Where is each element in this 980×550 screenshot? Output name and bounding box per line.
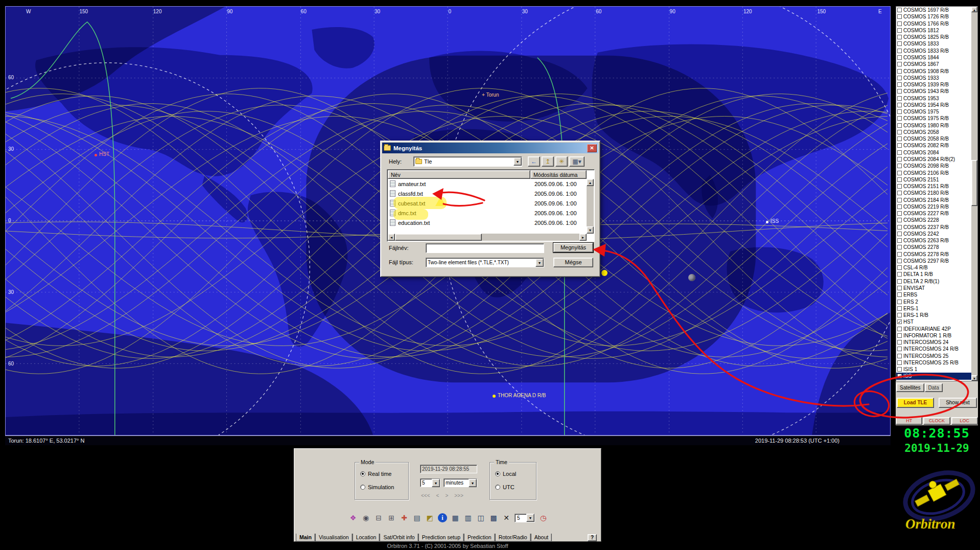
satellite-row[interactable]: COSMOS 1975 R/B: [896, 115, 977, 122]
satellite-row[interactable]: COSMOS 1697 R/B: [896, 7, 977, 13]
fullscreen-icon[interactable]: ✕: [502, 513, 511, 522]
satellite-row[interactable]: COSMOS 2151: [896, 176, 977, 183]
local-radio[interactable]: [495, 471, 500, 476]
satellite-row[interactable]: COSMOS 1867: [896, 61, 977, 67]
cancel-button[interactable]: Mégse: [553, 258, 593, 267]
satellite-row[interactable]: COSMOS 2228: [896, 217, 977, 223]
split-view-icon[interactable]: ◫: [476, 513, 485, 522]
satellite-checkbox[interactable]: ✓: [897, 319, 902, 324]
scroll-up-icon[interactable]: ▲: [971, 7, 977, 12]
simulation-radio-row[interactable]: Simulation: [360, 484, 394, 490]
satellite-checkbox[interactable]: [897, 76, 902, 80]
maximize-panel-icon[interactable]: ⊞: [387, 513, 396, 522]
satellite-row[interactable]: COSMOS 2084: [896, 149, 977, 156]
satellite-checkbox[interactable]: [897, 191, 902, 195]
satellite-checkbox[interactable]: [897, 272, 902, 277]
satellite-row[interactable]: INTERCOSMOS 25 R/B: [896, 359, 977, 366]
satellite-checkbox[interactable]: [897, 14, 902, 19]
satellite-list[interactable]: COSMOS 1697 R/BCOSMOS 1726 R/BCOSMOS 176…: [896, 6, 978, 381]
satellite-checkbox[interactable]: [897, 103, 902, 107]
satellite-checkbox[interactable]: [897, 130, 902, 134]
close-icon[interactable]: ✕: [587, 144, 597, 152]
tab-clock[interactable]: CLOCK: [923, 417, 950, 425]
column-header-date[interactable]: Módosítás dátuma: [530, 170, 587, 179]
utc-radio[interactable]: [495, 485, 500, 490]
satellite-row[interactable]: INFORMATOR 1 R/B: [896, 332, 977, 339]
satellite-row[interactable]: COSMOS 2106 R/B: [896, 169, 977, 176]
satellite-checkbox[interactable]: [897, 8, 902, 12]
satellite-checkbox[interactable]: [897, 136, 902, 141]
chevron-down-icon[interactable]: ▼: [469, 479, 477, 487]
satellite-checkbox[interactable]: [897, 279, 902, 284]
tab-rotor-radio[interactable]: Rotor/Radio: [495, 534, 531, 542]
file-list-vscrollbar[interactable]: ▲ ▼: [587, 179, 594, 234]
satellite-checkbox[interactable]: [897, 150, 902, 155]
satellite-checkbox[interactable]: [897, 327, 902, 331]
scroll-thumb[interactable]: [971, 160, 977, 206]
scroll-thumb[interactable]: [395, 234, 482, 241]
tab-visualisation[interactable]: Visualisation: [315, 534, 353, 542]
new-folder-icon[interactable]: ✳: [555, 156, 568, 167]
satellite-row[interactable]: COSMOS 1908 R/B: [896, 67, 977, 74]
scroll-down-icon[interactable]: ▼: [971, 375, 977, 381]
satellite-checkbox[interactable]: [897, 198, 902, 202]
simulation-datetime-field[interactable]: 2019-11-29 08:28:55: [420, 465, 477, 473]
satellite-checkbox[interactable]: [897, 354, 902, 358]
playback-button[interactable]: >: [445, 493, 448, 498]
satellite-row[interactable]: COSMOS 2278 R/B: [896, 251, 977, 258]
utc-radio-row[interactable]: UTC: [495, 484, 515, 490]
satellite-row[interactable]: COSMOS 1844: [896, 54, 977, 61]
satellite-checkbox[interactable]: [897, 157, 902, 162]
tab-about[interactable]: About: [531, 534, 552, 542]
simulation-radio[interactable]: [360, 485, 365, 490]
satellite-row[interactable]: COSMOS 2184 R/B: [896, 196, 977, 203]
print-icon[interactable]: ▤: [412, 513, 422, 522]
tools-icon[interactable]: ✚: [400, 513, 409, 522]
column-header-name[interactable]: Név: [388, 170, 530, 179]
satellite-row[interactable]: COSMOS 1953: [896, 95, 977, 101]
satellite-row[interactable]: INTERCOSMOS 24: [896, 339, 977, 346]
satellite-checkbox[interactable]: [897, 69, 902, 74]
satellite-row[interactable]: COSMOS 1939 R/B: [896, 81, 977, 88]
satellite-row[interactable]: COSMOS 1943 R/B: [896, 88, 977, 95]
satellite-checkbox[interactable]: [897, 35, 902, 39]
satellite-checkbox[interactable]: [897, 367, 902, 372]
render-world-icon[interactable]: ❖: [348, 513, 358, 522]
file-list-hscrollbar[interactable]: ◄ ►: [388, 234, 587, 241]
tab-ht[interactable]: HT: [896, 417, 922, 425]
file-row[interactable]: education.txt2005.09.06. 1:00: [388, 218, 587, 227]
chevron-down-icon[interactable]: ▼: [526, 514, 534, 522]
satellite-row[interactable]: COSMOS 1975: [896, 108, 977, 115]
playback-button[interactable]: >>>: [454, 493, 463, 498]
satellite-row[interactable]: COSMOS 2151 R/B: [896, 183, 977, 190]
satellite-row[interactable]: IDEFIX/ARIANE 42P: [896, 325, 977, 332]
satellite-row[interactable]: COSMOS 2084 R/B(2): [896, 156, 977, 163]
satellite-row[interactable]: COSMOS 1980 R/B: [896, 122, 977, 129]
satellite-row[interactable]: COSMOS 1726 R/B: [896, 13, 977, 20]
satellite-checkbox[interactable]: [897, 96, 902, 101]
satellite-row[interactable]: ERS 2: [896, 298, 977, 305]
satellite-row[interactable]: COSMOS 2058 R/B: [896, 135, 977, 142]
satellite-checkbox[interactable]: [897, 292, 902, 297]
realtime-radio-row[interactable]: Real time: [360, 471, 391, 477]
satellite-row[interactable]: INTERCOSMOS 24 R/B: [896, 346, 977, 352]
satellite-row[interactable]: COSMOS 1825 R/B: [896, 34, 977, 40]
satellite-checkbox[interactable]: [897, 218, 902, 222]
scroll-right-icon[interactable]: ►: [579, 234, 587, 241]
tab-satellites[interactable]: Satellites: [896, 383, 924, 392]
satellite-checkbox[interactable]: [897, 225, 902, 230]
satellite-checkbox[interactable]: [897, 238, 902, 243]
file-row[interactable]: classfd.txt2005.09.06. 1:00: [388, 189, 587, 198]
tab-main[interactable]: Main: [296, 534, 315, 542]
satellite-row[interactable]: COSMOS 1766 R/B: [896, 20, 977, 27]
satellite-row[interactable]: COSMOS 1833: [896, 40, 977, 47]
satellite-checkbox[interactable]: [897, 82, 902, 87]
local-radio-row[interactable]: Local: [495, 471, 516, 477]
tab-prediction-setup[interactable]: Prediction setup: [418, 534, 464, 542]
chevron-down-icon[interactable]: ▼: [514, 157, 522, 166]
satellite-row[interactable]: ✓HST: [896, 318, 977, 325]
scroll-down-icon[interactable]: ▼: [587, 226, 594, 234]
satellite-row[interactable]: COSMOS 2297 R/B: [896, 258, 977, 264]
satellite-checkbox[interactable]: [897, 245, 902, 249]
satellite-row[interactable]: COSMOS 1833 R/B: [896, 48, 977, 54]
